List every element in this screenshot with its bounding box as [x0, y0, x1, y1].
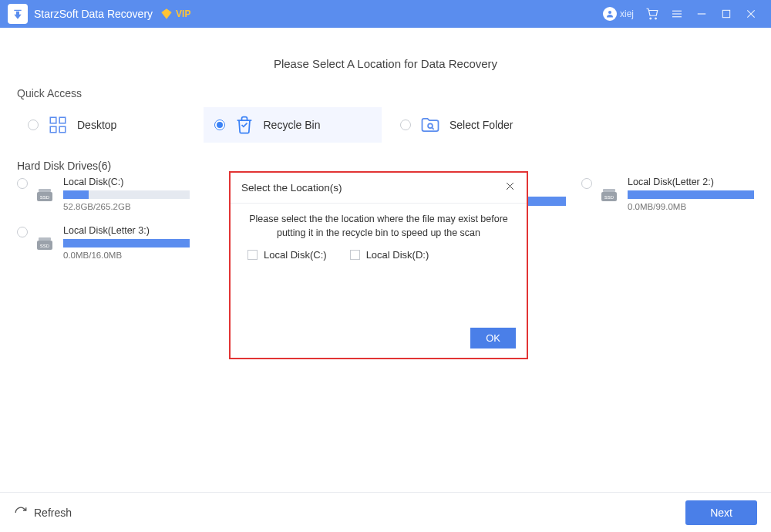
- radio-select-folder[interactable]: [400, 120, 411, 130]
- quick-access-title: Quick Access: [17, 87, 754, 99]
- modal-check-c[interactable]: Local Disk(C:): [247, 249, 327, 261]
- radio-drive-letter2[interactable]: [581, 178, 592, 189]
- quick-access-desktop[interactable]: Desktop: [17, 107, 196, 143]
- close-button[interactable]: [739, 0, 763, 28]
- quick-access-recycle-bin[interactable]: Recycle Bin: [204, 107, 382, 143]
- recycle-bin-label: Recycle Bin: [264, 119, 321, 131]
- svg-rect-20: [603, 189, 615, 192]
- svg-rect-10: [50, 117, 56, 123]
- svg-text:SSD: SSD: [604, 195, 614, 200]
- quick-access-spacer: [576, 107, 755, 143]
- drive-c-bar: [63, 190, 190, 199]
- titlebar: StarzSoft Data Recovery VIP xiej: [0, 0, 771, 28]
- refresh-label: Refresh: [34, 507, 72, 519]
- svg-rect-7: [722, 10, 729, 17]
- diamond-icon: [160, 8, 173, 20]
- drive-letter2-size: 0.0MB/99.0MB: [628, 202, 754, 211]
- drive-c-name: Local Disk(C:): [63, 177, 190, 187]
- desktop-label: Desktop: [77, 119, 116, 131]
- page-header: Please Select A Location for Data Recove…: [17, 28, 754, 84]
- ssd-icon: SSD: [35, 236, 56, 251]
- svg-text:SSD: SSD: [40, 195, 50, 200]
- vip-label: VIP: [176, 8, 190, 19]
- modal-close-button[interactable]: [504, 180, 516, 195]
- drive-letter2-bar: [628, 190, 754, 199]
- ssd-icon: SSD: [600, 187, 620, 203]
- recycle-bin-icon: [233, 113, 256, 136]
- quick-access-row: Desktop Recycle Bin Select Folder: [17, 107, 754, 143]
- svg-point-1: [650, 18, 651, 19]
- app-logo-icon: [8, 4, 28, 24]
- select-folder-label: Select Folder: [449, 119, 513, 131]
- checkbox-c[interactable]: [247, 250, 258, 260]
- radio-drive-letter3[interactable]: [17, 227, 28, 237]
- maximize-button[interactable]: [714, 0, 739, 28]
- refresh-icon: [14, 506, 28, 520]
- drive-letter3[interactable]: SSD Local Disk(Letter 3:) 0.0MB/16.0MB: [17, 225, 190, 260]
- svg-text:SSD: SSD: [40, 244, 50, 248]
- drive-c[interactable]: SSD Local Disk(C:) 52.8GB/265.2GB: [17, 177, 190, 211]
- cart-button[interactable]: [640, 0, 665, 28]
- quick-access-select-folder[interactable]: Select Folder: [389, 107, 568, 143]
- select-location-modal: Select the Location(s) Please select the…: [229, 171, 528, 359]
- refresh-button[interactable]: Refresh: [14, 506, 72, 520]
- vip-badge: VIP: [160, 8, 190, 20]
- svg-rect-13: [59, 126, 66, 133]
- user-chip[interactable]: xiej: [603, 7, 634, 21]
- folder-search-icon: [419, 113, 442, 136]
- svg-point-2: [655, 18, 657, 19]
- modal-opt-c-label: Local Disk(C:): [264, 249, 327, 261]
- svg-rect-11: [59, 117, 66, 123]
- radio-desktop[interactable]: [28, 120, 39, 130]
- radio-recycle-bin[interactable]: [214, 120, 225, 130]
- footer: Refresh Next: [0, 492, 771, 532]
- svg-rect-12: [50, 126, 56, 133]
- svg-line-15: [432, 128, 433, 130]
- modal-message: Please select the the location where the…: [244, 208, 513, 249]
- checkbox-d[interactable]: [350, 250, 360, 260]
- drive-letter2[interactable]: SSD Local Disk(Letter 2:) 0.0MB/99.0MB: [581, 177, 754, 211]
- drive-letter2-name: Local Disk(Letter 2:): [628, 177, 754, 187]
- menu-button[interactable]: [665, 0, 689, 28]
- modal-title: Select the Location(s): [241, 182, 342, 194]
- modal-opt-d-label: Local Disk(D:): [366, 249, 429, 261]
- hard-drives-title: Hard Disk Drives(6): [17, 160, 754, 172]
- drive-c-size: 52.8GB/265.2GB: [63, 202, 190, 211]
- radio-drive-c[interactable]: [17, 178, 28, 189]
- modal-check-d[interactable]: Local Disk(D:): [350, 249, 429, 261]
- svg-point-0: [608, 11, 611, 14]
- ssd-icon: SSD: [35, 187, 56, 203]
- workspace: Please Select A Location for Data Recove…: [0, 28, 771, 492]
- drive-letter3-bar: [63, 239, 190, 247]
- next-button[interactable]: Next: [685, 500, 757, 525]
- svg-rect-17: [39, 189, 51, 192]
- modal-ok-button[interactable]: OK: [470, 328, 516, 348]
- app-title: StarzSoft Data Recovery: [34, 8, 153, 20]
- drive-letter3-size: 0.0MB/16.0MB: [63, 251, 190, 260]
- user-avatar-icon: [603, 7, 617, 21]
- minimize-button[interactable]: [689, 0, 714, 28]
- user-name: xiej: [620, 8, 634, 19]
- drive-letter3-name: Local Disk(Letter 3:): [63, 225, 190, 236]
- svg-rect-23: [39, 237, 51, 241]
- desktop-icon: [46, 113, 69, 136]
- svg-point-14: [428, 123, 433, 128]
